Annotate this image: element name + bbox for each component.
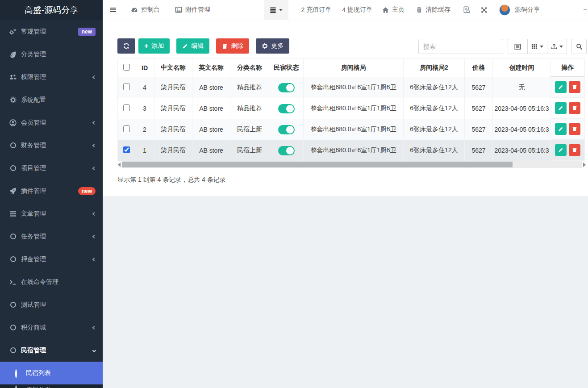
row-checkbox[interactable]: [123, 104, 130, 111]
delete-button[interactable]: 删除: [216, 38, 249, 54]
chevron-down-icon: [92, 348, 96, 352]
status-toggle[interactable]: [278, 104, 295, 113]
sidebar-item-project[interactable]: 项目管理: [0, 157, 103, 179]
content-panel: + 添加 编辑 删除 更多: [103, 20, 588, 197]
col-header-id[interactable]: ID: [135, 59, 154, 77]
scroll-left-arrow[interactable]: [118, 163, 121, 167]
sidebar-item-category[interactable]: 分类管理: [0, 43, 103, 66]
nav-fullscreen-button[interactable]: [481, 7, 488, 13]
list-menu-icon: [270, 7, 276, 13]
col-header-category[interactable]: 分类名称: [230, 59, 269, 77]
col-header-created[interactable]: 创建时间: [493, 59, 551, 77]
cell-created: 2023-04-05 05:16:3: [493, 140, 551, 161]
sidebar-item-test[interactable]: 测试管理: [0, 293, 103, 316]
list-icon: [9, 210, 17, 217]
row-delete-button[interactable]: [569, 144, 580, 156]
nav-tab-label: 控制台: [141, 6, 160, 14]
export-dropdown-button[interactable]: [547, 39, 567, 54]
table-header-row: ID 中文名称 英文名称 分类名称 民宿状态 房间格局 房间格局2 价格 创建时…: [118, 59, 551, 77]
cell-price: 5627: [465, 77, 493, 98]
edit-button-label: 编辑: [191, 42, 204, 50]
select-all-header: [118, 59, 135, 77]
cell-name-en: AB store: [192, 98, 230, 119]
row-checkbox[interactable]: [123, 125, 130, 132]
sidebar-item-label: 在线命令管理: [21, 278, 96, 286]
col-header-name-cn[interactable]: 中文名称: [154, 59, 192, 77]
table-row: 4 柒月民宿 AB store 精品推荐 整套出租680.0㎡6室1厅1厨6卫 …: [118, 77, 551, 98]
nav-docs-button[interactable]: [463, 6, 470, 13]
row-delete-button[interactable]: [569, 123, 580, 135]
more-button[interactable]: 更多: [256, 38, 289, 54]
refresh-button[interactable]: [117, 38, 135, 54]
home-icon: [382, 7, 389, 13]
col-header-name-en[interactable]: 英文名称: [192, 59, 230, 77]
sidebar-item-auth[interactable]: 权限管理: [0, 66, 103, 88]
nav-user-menu[interactable]: 源码分享: [499, 4, 540, 16]
status-toggle[interactable]: [278, 146, 295, 155]
nav-recharge-orders[interactable]: 2 充值订单: [301, 6, 331, 14]
sidebar-item-points-mall[interactable]: 积分商城: [0, 316, 103, 339]
avatar: [499, 4, 510, 16]
sidebar-item-sysconfig[interactable]: 系统配置: [0, 88, 103, 111]
sidebar-item-finance[interactable]: 财务管理: [0, 134, 103, 157]
operate-cell: [550, 77, 585, 98]
cell-layout: 整套出租680.0㎡6室1厅1厨6卫: [304, 98, 404, 119]
nav-clear-cache[interactable]: 清除缓存: [416, 6, 450, 14]
row-edit-button[interactable]: [555, 81, 567, 93]
col-header-price[interactable]: 价格: [465, 59, 493, 77]
scroll-right-arrow[interactable]: [583, 163, 586, 167]
recharge-count: 2: [301, 6, 304, 13]
detail-view-button[interactable]: [508, 39, 528, 54]
col-header-status[interactable]: 民宿状态: [269, 59, 304, 77]
nav-withdraw-orders[interactable]: 4 提现订单: [342, 6, 372, 14]
sidebar-item-members[interactable]: 会员管理: [0, 111, 103, 134]
trash-icon: [572, 126, 577, 132]
gear-icon: [9, 96, 17, 104]
sidebar-item-label: 常规管理: [21, 28, 78, 36]
toggle-knob: [286, 84, 294, 92]
nav-tab-console[interactable]: 控制台: [131, 6, 160, 14]
sidebar-subitem-room-category[interactable]: 房间分类: [0, 384, 103, 388]
row-edit-button[interactable]: [555, 123, 567, 135]
sidebar-item-articles[interactable]: 文章管理: [0, 202, 103, 225]
scrollbar-thumb[interactable]: [122, 162, 513, 167]
sidebar-item-label: 任务管理: [21, 233, 93, 241]
scrollbar-track[interactable]: [122, 161, 582, 168]
sidebar-item-general[interactable]: 常规管理 new: [0, 20, 103, 43]
row-edit-button[interactable]: [555, 144, 567, 156]
sidebar-item-homestay[interactable]: 民宿管理: [0, 339, 103, 362]
edit-button[interactable]: 编辑: [176, 38, 209, 54]
refresh-icon: [123, 43, 129, 49]
select-all-checkbox[interactable]: [123, 64, 130, 71]
status-toggle[interactable]: [278, 125, 295, 134]
row-delete-button[interactable]: [569, 81, 580, 93]
sidebar-item-commands[interactable]: 在线命令管理: [0, 271, 103, 293]
sidebar-subitem-homestay-list[interactable]: 民宿列表: [0, 362, 103, 384]
operate-cell: [550, 98, 585, 119]
row-checkbox[interactable]: [123, 146, 130, 153]
nav-tab-attachments[interactable]: 附件管理: [175, 6, 210, 14]
cell-category: 民宿上新: [230, 119, 269, 140]
recharge-label: 充值订单: [306, 6, 331, 14]
cell-layout2: 6张床最多住12人: [404, 119, 465, 140]
search-submit-button[interactable]: [571, 39, 587, 54]
cell-layout2: 6张床最多住12人: [404, 140, 465, 161]
tab-list-dropdown-button[interactable]: [264, 0, 288, 20]
nav-home-link[interactable]: 主页: [382, 6, 405, 14]
status-toggle[interactable]: [278, 83, 295, 92]
sidebar-toggle-button[interactable]: [109, 6, 117, 13]
row-delete-button[interactable]: [569, 102, 580, 114]
withdraw-count: 4: [342, 6, 346, 13]
row-edit-button[interactable]: [555, 102, 567, 114]
col-header-layout[interactable]: 房间格局: [304, 59, 404, 77]
sidebar-item-tasks[interactable]: 任务管理: [0, 225, 103, 248]
row-checkbox[interactable]: [123, 83, 130, 90]
add-button[interactable]: + 添加: [138, 38, 170, 54]
search-input[interactable]: [418, 39, 503, 54]
sidebar-item-plugins[interactable]: 插件管理 new: [0, 179, 103, 202]
top-navbar: 控制台 附件管理 2 充值订单 4 提现订单 主页 清除缓存 源码分享: [103, 0, 588, 20]
table-row: 2 柒月民宿 AB store 民宿上新 整套出租680.0㎡6室1厅1厨6卫 …: [118, 119, 551, 140]
col-header-layout2[interactable]: 房间格局2: [404, 59, 465, 77]
columns-dropdown-button[interactable]: [527, 39, 547, 54]
sidebar-item-deposit[interactable]: 押金管理: [0, 248, 103, 271]
